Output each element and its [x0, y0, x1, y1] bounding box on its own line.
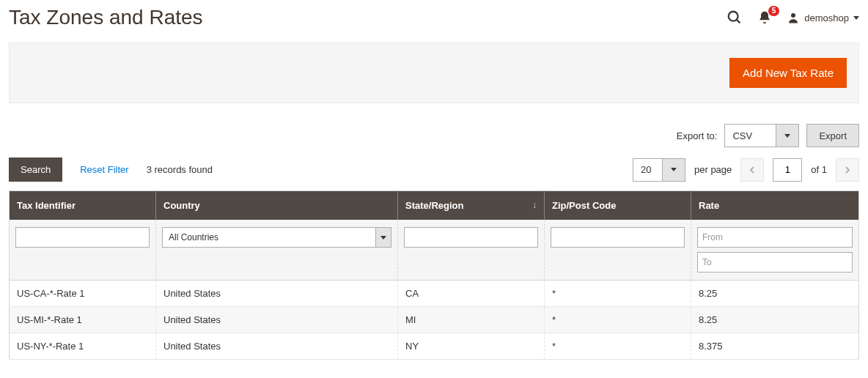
reset-filter-link[interactable]: Reset Filter — [80, 164, 128, 175]
tax-rates-grid: Tax Identifier Country State/Region↓ Zip… — [9, 190, 859, 360]
chevron-down-icon — [375, 227, 391, 248]
user-menu[interactable]: demoshop — [787, 11, 859, 24]
cell-tax-identifier: US-CA-*-Rate 1 — [10, 281, 156, 307]
sort-arrow-icon: ↓ — [532, 200, 537, 210]
cell-country: United States — [156, 333, 398, 360]
col-header-zip[interactable]: Zip/Post Code — [545, 191, 691, 220]
current-page-input[interactable] — [773, 158, 802, 182]
records-found: 3 records found — [147, 164, 213, 175]
per-page-select[interactable]: 20 — [633, 158, 685, 182]
search-icon[interactable] — [727, 10, 743, 26]
page-title: Tax Zones and Rates — [9, 6, 203, 29]
table-row[interactable]: US-MI-*-Rate 1 United States MI * 8.25 — [10, 307, 859, 333]
cell-country: United States — [156, 281, 398, 307]
chevron-down-icon — [776, 124, 799, 147]
chevron-down-icon — [662, 158, 685, 182]
cell-tax-identifier: US-MI-*-Rate 1 — [10, 307, 156, 333]
cell-rate: 8.25 — [691, 307, 859, 333]
cell-state: MI — [398, 307, 545, 333]
col-header-tax-identifier[interactable]: Tax Identifier — [10, 191, 156, 220]
export-button[interactable]: Export — [806, 124, 859, 147]
cell-zip: * — [545, 333, 691, 360]
search-button[interactable]: Search — [9, 158, 62, 182]
export-label: Export to: — [677, 130, 718, 141]
chevron-down-icon — [853, 16, 859, 20]
action-bar: Add New Tax Rate — [9, 42, 859, 103]
total-pages-label: of 1 — [811, 164, 827, 175]
export-format-value: CSV — [724, 124, 776, 147]
grid-toolbar: Search Reset Filter 3 records found 20 p… — [9, 158, 859, 182]
per-page-label: per page — [694, 164, 732, 175]
user-icon — [787, 11, 800, 24]
col-header-country[interactable]: Country — [156, 191, 398, 220]
filter-row: All Countries — [10, 220, 859, 281]
svg-point-0 — [729, 12, 738, 21]
export-row: Export to: CSV Export — [9, 124, 859, 147]
cell-state: NY — [398, 333, 545, 360]
next-page-button[interactable] — [836, 158, 859, 182]
table-row[interactable]: US-NY-*-Rate 1 United States NY * 8.375 — [10, 333, 859, 360]
cell-state: CA — [398, 281, 545, 307]
cell-rate: 8.375 — [691, 333, 859, 360]
per-page-value: 20 — [633, 158, 662, 182]
filter-zip-input[interactable] — [551, 227, 685, 248]
svg-point-2 — [791, 13, 795, 18]
svg-line-1 — [737, 20, 740, 23]
cell-tax-identifier: US-NY-*-Rate 1 — [10, 333, 156, 360]
username: demoshop — [804, 12, 849, 23]
notifications-icon[interactable]: 5 — [757, 10, 772, 25]
export-format-select[interactable]: CSV — [724, 124, 799, 147]
notifications-badge: 5 — [768, 6, 780, 16]
cell-country: United States — [156, 307, 398, 333]
filter-rate-to-input[interactable] — [697, 252, 853, 273]
cell-rate: 8.25 — [691, 281, 859, 307]
filter-state-input[interactable] — [404, 227, 538, 248]
cell-zip: * — [545, 281, 691, 307]
filter-tax-identifier-input[interactable] — [15, 227, 150, 248]
table-row[interactable]: US-CA-*-Rate 1 United States CA * 8.25 — [10, 281, 859, 307]
filter-rate-from-input[interactable] — [697, 227, 853, 248]
page-header: Tax Zones and Rates 5 demoshop — [9, 6, 859, 29]
filter-country-select[interactable]: All Countries — [162, 227, 391, 248]
add-new-tax-rate-button[interactable]: Add New Tax Rate — [729, 58, 847, 88]
cell-zip: * — [545, 307, 691, 333]
col-header-rate[interactable]: Rate — [691, 191, 859, 220]
prev-page-button[interactable] — [740, 158, 764, 182]
col-header-state[interactable]: State/Region↓ — [398, 191, 545, 220]
